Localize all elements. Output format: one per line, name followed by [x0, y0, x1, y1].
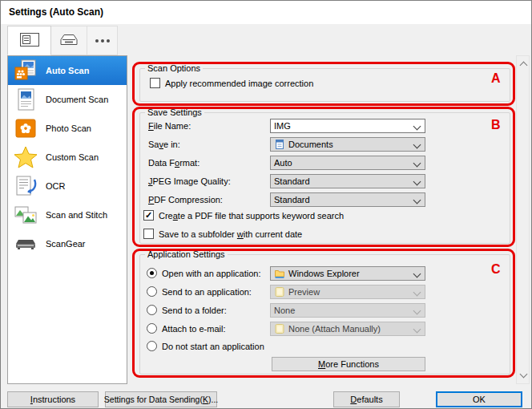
- data-format-label: Data Format:: [148, 158, 200, 168]
- sidebar-item-scan-and-stitch[interactable]: Scan and Stitch: [8, 200, 127, 229]
- pdf-compression-label: PDF Compression:: [148, 195, 223, 204]
- send-app-combobox: Preview: [270, 285, 425, 299]
- open-with-label: Open with an application:: [162, 269, 261, 278]
- create-pdf-keyword-row: ✓ Create a PDF file that supports keywor…: [143, 210, 344, 221]
- attach-email-row: Attach to e-mail:: [147, 323, 225, 334]
- annotation-letter-c: C: [491, 262, 501, 277]
- send-app-value: Preview: [288, 287, 320, 297]
- apply-correction-checkbox[interactable]: [150, 78, 160, 88]
- title-bar: Settings (Auto Scan): [1, 1, 531, 24]
- settings-dialog: Settings (Auto Scan): [0, 0, 532, 409]
- ok-button[interactable]: OK: [436, 391, 522, 407]
- custom-scan-icon: [12, 145, 39, 169]
- chevron-down-icon: [413, 326, 421, 334]
- save-in-combobox[interactable]: Documents: [270, 137, 425, 152]
- ellipsis-icon: [95, 39, 110, 43]
- save-subfolder-row: Save to a subfolder with current date: [143, 229, 302, 239]
- sidebar-item-photo-scan[interactable]: Photo Scan: [8, 114, 127, 143]
- file-name-combobox[interactable]: IMG: [270, 119, 425, 133]
- open-with-value: Windows Explorer: [288, 269, 360, 278]
- no-app-row: Do not start an application: [147, 341, 264, 351]
- file-name-value: IMG: [274, 121, 291, 131]
- sidebar-item-scangear[interactable]: ScanGear: [8, 229, 127, 258]
- document-scan-icon: [12, 87, 39, 111]
- tab-scanner-settings[interactable]: [50, 26, 87, 55]
- photo-scan-icon: [12, 116, 39, 140]
- data-format-value: Auto: [274, 158, 292, 168]
- sidebar-item-custom-scan[interactable]: Custom Scan: [8, 143, 127, 172]
- application-settings-title: Application Settings: [145, 249, 228, 259]
- sidebar-item-document-scan[interactable]: Document Scan: [8, 85, 127, 114]
- send-app-radio[interactable]: [147, 286, 157, 297]
- sidebar-item-label: Scan and Stitch: [46, 210, 107, 220]
- chevron-down-icon: [413, 289, 421, 297]
- attach-email-radio[interactable]: [147, 323, 157, 334]
- chevron-down-icon: [413, 270, 421, 278]
- apply-correction-row: Apply recommended image correction: [150, 78, 313, 88]
- auto-scan-icon: [12, 59, 39, 83]
- send-folder-combobox: None: [270, 303, 425, 318]
- app-icon: [274, 286, 285, 298]
- send-folder-label: Send to a folder:: [162, 306, 227, 315]
- send-folder-row: Send to a folder:: [147, 305, 227, 315]
- save-in-label: Save in:: [148, 140, 180, 149]
- no-app-label: Do not start an application: [162, 342, 264, 351]
- tab-more-settings[interactable]: [87, 26, 118, 55]
- scangear-icon: [12, 232, 39, 256]
- scan-and-stitch-icon: [12, 203, 39, 227]
- attach-email-value: None (Attach Manually): [288, 324, 381, 334]
- create-pdf-keyword-checkbox[interactable]: ✓: [143, 210, 154, 221]
- sidebar-item-label: ScanGear: [46, 239, 86, 249]
- no-app-radio[interactable]: [147, 341, 157, 351]
- chevron-up-icon[interactable]: [520, 62, 528, 70]
- jpeg-quality-combobox[interactable]: Standard: [270, 174, 425, 188]
- annotation-letter-b: B: [491, 118, 501, 132]
- more-functions-button[interactable]: More Functions: [272, 357, 425, 371]
- settings-list-icon: [20, 33, 39, 48]
- instructions-button[interactable]: Instructions: [7, 391, 99, 407]
- send-folder-radio[interactable]: [147, 305, 157, 315]
- save-subfolder-label: Save to a subfolder with current date: [159, 229, 302, 239]
- defaults-button[interactable]: Defaults: [333, 391, 400, 407]
- settings-for-data-sending-button[interactable]: Settings for Data Sending(K)...: [105, 391, 217, 407]
- open-with-combobox[interactable]: Windows Explorer: [270, 266, 425, 281]
- ocr-icon: [12, 174, 39, 198]
- documents-icon: [274, 139, 285, 150]
- scan-mode-sidebar: Auto Scan Document Scan: [7, 55, 127, 384]
- attach-email-label: Attach to e-mail:: [162, 324, 225, 334]
- chevron-down-icon: [413, 160, 421, 168]
- adf-scanner-icon: [58, 34, 79, 48]
- chevron-down-icon: [413, 178, 421, 186]
- open-with-row: Open with an application:: [147, 268, 261, 278]
- vertical-scrollbar[interactable]: [516, 55, 530, 384]
- sidebar-item-auto-scan[interactable]: Auto Scan: [8, 56, 127, 85]
- attach-email-combobox: None (Attach Manually): [270, 322, 425, 336]
- app-icon: [274, 323, 285, 334]
- pdf-compression-value: Standard: [274, 195, 310, 204]
- send-app-label: Send to an application:: [162, 287, 252, 297]
- tab-flatbed-settings[interactable]: [7, 26, 51, 55]
- scan-options-title: Scan Options: [145, 63, 203, 73]
- sidebar-item-label: Auto Scan: [46, 66, 89, 75]
- save-subfolder-checkbox[interactable]: [143, 229, 154, 239]
- sidebar-item-label: Photo Scan: [46, 124, 91, 133]
- jpeg-quality-value: Standard: [274, 176, 310, 186]
- chevron-down-icon: [413, 307, 421, 315]
- send-app-row: Send to an application:: [147, 286, 252, 297]
- apply-correction-label: Apply recommended image correction: [165, 79, 313, 88]
- sidebar-item-label: OCR: [46, 181, 65, 191]
- chevron-down-icon[interactable]: [520, 371, 528, 379]
- chevron-down-icon: [413, 196, 421, 204]
- save-settings-title: Save Settings: [145, 107, 204, 117]
- data-format-combobox[interactable]: Auto: [270, 156, 425, 170]
- sidebar-item-label: Custom Scan: [46, 152, 99, 162]
- open-with-radio[interactable]: [147, 268, 157, 278]
- file-name-label: File Name:: [148, 121, 191, 131]
- sidebar-item-ocr[interactable]: OCR: [8, 172, 127, 200]
- chevron-down-icon: [413, 141, 421, 149]
- windows-explorer-icon: [274, 268, 285, 279]
- sidebar-item-label: Document Scan: [46, 95, 108, 104]
- annotation-letter-a: A: [491, 71, 501, 86]
- pdf-compression-combobox[interactable]: Standard: [270, 192, 425, 207]
- create-pdf-keyword-label: Create a PDF file that supports keyword …: [159, 211, 344, 221]
